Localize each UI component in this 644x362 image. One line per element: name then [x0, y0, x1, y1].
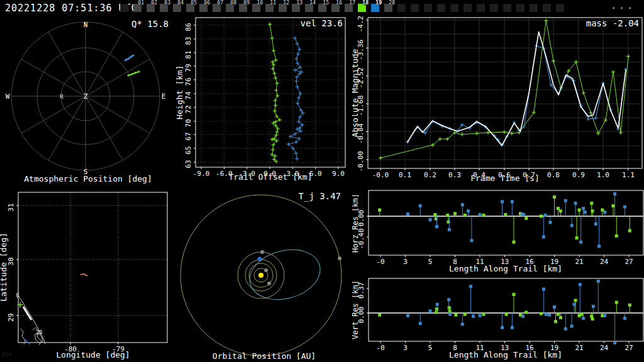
frame-box[interactable]: [556, 4, 564, 12]
y-tick: 76: [184, 77, 192, 85]
x-axis-label: Length Along Trail [km]: [449, 264, 562, 273]
frame-box-17[interactable]: 17: [345, 4, 353, 12]
y-tick: 29: [7, 313, 15, 321]
frame-number: 04: [177, 0, 184, 6]
frame-box[interactable]: [450, 4, 458, 12]
top-bar: 20221228 07:51:36 UTC 010203040506070809…: [0, 0, 644, 16]
x-tick: 27: [625, 258, 633, 266]
frame-number: 11: [270, 0, 276, 6]
annotation: Q* 15.8: [131, 19, 169, 29]
x-tick: 3: [403, 344, 408, 352]
x-tick: 0.2: [424, 171, 436, 179]
x-tick: 1.0: [597, 171, 609, 179]
frame-box[interactable]: [477, 4, 485, 12]
y-axis-label: Latitude [deg]: [0, 233, 8, 302]
x-axis-label: Longitude [deg]: [56, 350, 130, 359]
frame-box[interactable]: [543, 4, 551, 12]
series-vert-blue: [406, 280, 626, 344]
x-tick: 3: [403, 258, 408, 266]
x-tick: -0: [376, 344, 384, 352]
frame-box-14[interactable]: 14: [305, 4, 313, 12]
y-tick: 74: [184, 91, 192, 100]
decor-label: Z: [84, 92, 88, 101]
frame-box-10[interactable]: 10: [252, 4, 260, 12]
y-tick: 79: [184, 63, 192, 72]
frame-number: 08: [230, 0, 236, 6]
frame-box[interactable]: [503, 4, 511, 12]
frame-box-08[interactable]: 08: [226, 4, 234, 12]
frame-number: 02: [151, 0, 157, 6]
horizontal-residuals-plot: -0358111316192124270.00-0.40Length Along…: [352, 185, 644, 275]
frame-box-09[interactable]: 09: [239, 4, 247, 12]
frame-number: 03: [164, 0, 170, 6]
x-tick: 5: [428, 344, 433, 352]
annotation: T_j 3.47: [299, 191, 341, 202]
y-tick: 67: [184, 132, 192, 140]
frame-box-19[interactable]: 19: [371, 4, 379, 12]
frame-box-07[interactable]: 07: [213, 4, 221, 12]
frame-box[interactable]: [397, 4, 406, 12]
series-horz-green: [378, 195, 631, 244]
frame-box[interactable]: [464, 4, 472, 12]
frame-box-01[interactable]: 01: [133, 4, 142, 12]
y-axis-label: Absolute Magnitude: [352, 48, 360, 137]
frame-box-05[interactable]: 05: [186, 4, 194, 12]
meteor-analysis-app: 20221228 07:51:36 UTC 010203040506070809…: [0, 0, 644, 362]
frame-box-15[interactable]: 15: [318, 4, 326, 12]
frame-box-16[interactable]: 16: [331, 4, 340, 12]
x-axis-label: Orbital Position [AU]: [213, 351, 316, 361]
frame-number: 09: [243, 0, 250, 6]
frame-box-12[interactable]: 12: [279, 4, 287, 12]
frame-box[interactable]: [437, 4, 445, 12]
y-tick: 65: [184, 146, 192, 154]
x-tick: 0.8: [547, 171, 560, 179]
decor-label: 6: [16, 292, 19, 299]
x-axis-label: Trail Offset [km]: [228, 172, 312, 182]
series-station-19: [287, 36, 305, 161]
frame-box[interactable]: [411, 4, 419, 12]
frame-number: 01: [138, 0, 144, 6]
frame-box-20[interactable]: 20: [384, 4, 392, 12]
frame-number: 05: [191, 0, 197, 6]
height-trail-offset-plot: -9.0-6.0-3.00.03.06.09.06365677072747679…: [176, 16, 352, 185]
x-axis-label: Atmospheric Position [deg]: [24, 174, 152, 184]
frame-box[interactable]: [530, 4, 538, 12]
x-axis-label: Frame Time [s]: [470, 173, 540, 183]
frame-box-02[interactable]: 02: [147, 4, 155, 12]
ground-track-map-plot: -80-79293031206Longitude [deg]Latitude […: [0, 185, 176, 362]
frame-number: 10: [257, 0, 263, 6]
frame-box[interactable]: [424, 4, 432, 12]
decor-label: R: [60, 94, 64, 100]
y-tick: -4.20: [357, 16, 365, 33]
frame-number: 16: [336, 0, 342, 6]
frame-number: 13: [296, 0, 303, 6]
frame-box-06[interactable]: 06: [199, 4, 208, 12]
frame-number: 14: [309, 0, 316, 6]
frame-box[interactable]: [490, 4, 498, 12]
x-tick: 21: [575, 344, 583, 352]
x-tick: 24: [600, 344, 609, 352]
frame-box[interactable]: [516, 4, 525, 12]
x-tick: 21: [575, 258, 583, 266]
frame-box-13[interactable]: 13: [292, 4, 300, 12]
frame-box-11[interactable]: 11: [265, 4, 274, 12]
x-tick: 9.0: [332, 170, 345, 178]
decor-label: 20: [36, 329, 43, 336]
frame-box-03[interactable]: 03: [160, 4, 168, 12]
vertical-residuals-plot: -0358111316192124270.370.00Length Along …: [352, 275, 644, 362]
utc-clock: 20221228 07:51:36 UTC: [5, 3, 138, 14]
series-model-fit: [408, 32, 626, 146]
frame-number: 07: [217, 0, 223, 6]
annotation: vel 23.6: [301, 18, 343, 28]
overflow-menu[interactable]: ...: [611, 0, 635, 11]
y-tick: 63: [184, 160, 192, 168]
frame-number: 17: [349, 0, 355, 6]
y-tick: 86: [184, 23, 192, 31]
frame-box[interactable]: [120, 4, 128, 12]
decor-label: W: [6, 92, 10, 101]
frame-number: 18: [362, 0, 369, 6]
frame-box-18[interactable]: 18: [358, 4, 366, 12]
frame-box-04[interactable]: 04: [173, 4, 181, 12]
y-axis-label: Vert Res [km]: [352, 280, 360, 339]
series-horz-blue: [406, 192, 626, 248]
